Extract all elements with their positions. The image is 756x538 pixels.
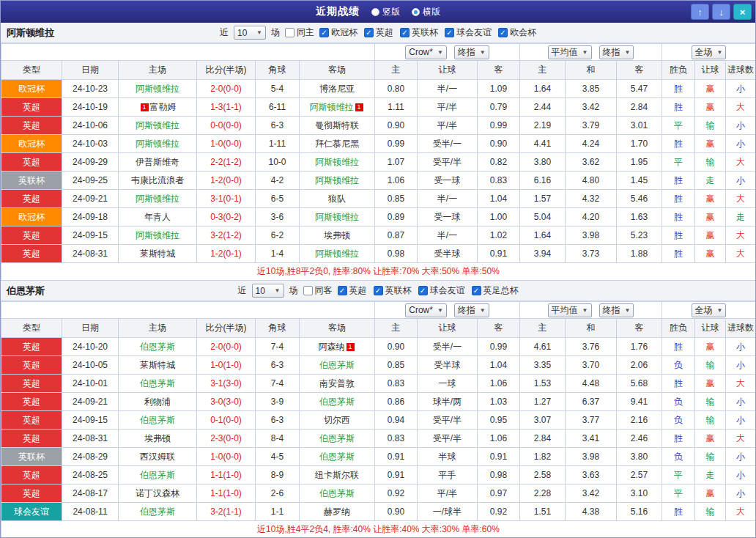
chevron-down-icon: ▼: [256, 29, 262, 36]
team-name: 南安普敦: [319, 378, 355, 388]
scope-select[interactable]: 全场▼: [692, 303, 727, 317]
match-row: 英超24-08-31莱斯特城1-2(0-1)1-4阿斯顿维拉0.98受半球0.9…: [1, 245, 756, 263]
crown-away-odds: 0.91: [478, 245, 520, 263]
match-row: 英超24-09-29伊普斯维奇2-2(1-2)10-0阿斯顿维拉1.07受平/半…: [1, 153, 756, 172]
competition-filter-checkbox[interactable]: ✓欧会杯: [498, 26, 536, 39]
crown-away-odds: 0.79: [478, 98, 520, 117]
odds-source-select[interactable]: Crow*▼: [405, 45, 447, 59]
chevron-down-icon: ▼: [717, 307, 723, 314]
average-source-select[interactable]: 平均值▼: [548, 303, 592, 317]
layout-radio-horizontal[interactable]: 横版: [412, 6, 440, 18]
average-source-value: 平均值: [552, 46, 578, 59]
score-cell: 3-0(3-0): [197, 393, 256, 411]
avg-home-odds: 1.51: [520, 503, 566, 521]
matches-table: Crow*▼ 终指▼ 平均值▼ 终指▼ 全场▼: [1, 301, 756, 538]
away-team-cell: 博洛尼亚: [300, 80, 375, 98]
competition-badge: 球会友谊: [1, 503, 62, 521]
same-venue-checkbox[interactable]: 同主: [285, 26, 314, 39]
odds-time-value: 终指: [458, 304, 475, 317]
record-summary: 近10场,胜4平2负4, 胜率:40% 让胜率:40% 大率:30% 单率:60…: [1, 521, 756, 538]
result-cell: 平: [662, 484, 695, 503]
scroll-up-button[interactable]: ↑: [691, 4, 709, 20]
scroll-down-button[interactable]: ↓: [712, 4, 730, 20]
close-button[interactable]: ×: [733, 4, 752, 20]
recent-count-select[interactable]: 10 ▼: [234, 26, 266, 40]
match-date: 24-10-23: [62, 80, 119, 98]
red-card-badge: 1: [141, 103, 149, 111]
goals-result-cell: 大: [726, 226, 756, 245]
team-name: 阿斯顿维拉: [136, 139, 179, 149]
competition-filter-checkbox[interactable]: ✓英超: [364, 26, 393, 39]
match-row: 英超24-09-21利物浦3-0(3-0)3-9伯恩茅斯0.86球半/两1.03…: [1, 393, 756, 411]
team-name: 拜仁慕尼黑: [315, 139, 359, 149]
crown-handicap: 受半/一: [418, 135, 478, 153]
scope-group: 全场▼: [662, 302, 756, 319]
goals-result-cell: 走: [726, 208, 756, 226]
odds-time-select[interactable]: 终指▼: [454, 303, 489, 317]
goals-result-cell: 大: [726, 245, 756, 263]
avg-away-odds: 2.84: [617, 98, 662, 117]
crown-handicap: 半/一: [418, 190, 478, 208]
competition-filter-checkbox[interactable]: ✓英联杯: [400, 26, 438, 39]
avg-draw-odds: 3.41: [566, 430, 617, 448]
crown-away-odds: 1.04: [478, 356, 520, 375]
crown-home-odds: 0.98: [375, 245, 418, 263]
avg-home-odds: 1.57: [520, 190, 566, 208]
score-cell: 2-0(0-0): [197, 338, 256, 356]
recent-count-select[interactable]: 10 ▼: [252, 284, 284, 298]
crown-home-odds: 0.85: [375, 190, 418, 208]
checkbox-label: 欧会杯: [510, 26, 536, 39]
same-venue-checkbox[interactable]: 同客: [303, 284, 333, 297]
scope-select[interactable]: 全场▼: [692, 45, 727, 59]
competition-filter-checkbox[interactable]: ✓欧冠杯: [319, 26, 357, 39]
col-header-goals-result: 进球数: [726, 61, 756, 80]
home-team-cell: 伯恩茅斯: [119, 411, 197, 430]
score-cell: 1-1(1-0): [197, 466, 256, 484]
layout-radio-vertical[interactable]: 竖版: [371, 6, 400, 18]
average-time-select[interactable]: 终指▼: [599, 303, 634, 317]
avg-away-odds: 9.41: [617, 393, 662, 411]
radio-label: 竖版: [382, 6, 400, 18]
matches-label: 场: [271, 26, 280, 39]
away-team-cell: 阿斯顿维拉: [300, 208, 375, 226]
competition-filter-checkbox[interactable]: ✓球会友谊: [445, 26, 492, 39]
average-source-select[interactable]: 平均值▼: [548, 45, 592, 59]
avg-away-odds: 2.16: [617, 411, 662, 430]
competition-filter-checkbox[interactable]: ✓英足总杯: [472, 284, 519, 297]
result-cell: 平: [662, 117, 695, 135]
competition-filter-checkbox[interactable]: ✓英超: [338, 284, 367, 297]
odds-source-select[interactable]: Crow*▼: [405, 303, 447, 317]
team-name: 阿斯顿维拉: [136, 120, 179, 130]
crown-home-odds: 1.11: [375, 98, 418, 117]
scope-value: 全场: [695, 46, 713, 59]
corners-cell: 4-5: [256, 448, 300, 466]
competition-filter-checkbox[interactable]: ✓英联杯: [374, 284, 412, 297]
recent-label: 近: [238, 284, 247, 297]
checkbox-label: 英超: [376, 26, 393, 39]
odds-time-select[interactable]: 终指▼: [454, 45, 489, 59]
avg-home-odds: 1.82: [520, 448, 566, 466]
score-cell: 1-2(0-1): [197, 245, 256, 263]
average-time-value: 终指: [603, 304, 620, 317]
handicap-result-cell: 赢: [695, 338, 726, 356]
goals-result-cell: 小: [726, 411, 756, 430]
checkbox-label: 欧冠杯: [331, 26, 357, 39]
up-arrow-icon: ↑: [697, 7, 703, 18]
team-name: 阿斯顿维拉: [315, 248, 359, 259]
match-row: 英联杯24-08-29西汉姆联1-0(0-0)4-5伯恩茅斯0.91半球0.91…: [1, 448, 756, 466]
handicap-result-cell: 赢: [695, 80, 726, 98]
checkbox-label: 英联杯: [412, 26, 438, 39]
result-cell: 平: [662, 153, 695, 172]
match-row: 欧冠杯24-09-18年青人0-3(0-2)3-6阿斯顿维拉0.89受一球1.0…: [1, 208, 756, 226]
crown-handicap: 受平/半: [418, 430, 478, 448]
goals-result-cell: 小: [726, 135, 756, 153]
goals-result-cell: 小: [726, 466, 756, 484]
scope-value: 全场: [695, 304, 713, 317]
chevron-down-icon: ▼: [582, 49, 588, 56]
away-team-cell: 曼彻斯特联: [300, 117, 375, 135]
col-header-score: 比分(半场): [197, 319, 256, 338]
result-cell: 胜: [662, 503, 695, 521]
average-time-select[interactable]: 终指▼: [599, 45, 634, 59]
competition-filter-checkbox[interactable]: ✓球会友谊: [418, 284, 465, 297]
crown-handicap: 半/一: [418, 226, 478, 245]
